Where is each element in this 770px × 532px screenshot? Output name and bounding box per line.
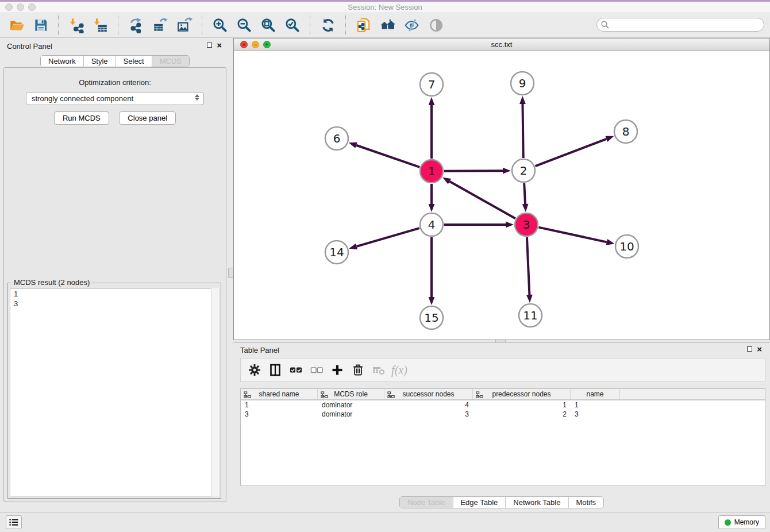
graph-node-9[interactable]: 9 (511, 72, 534, 95)
graph-node-8[interactable]: 8 (614, 120, 637, 143)
column-label: name (586, 390, 603, 398)
graph-edge-3-1[interactable] (442, 178, 515, 218)
graph-node-15[interactable]: 15 (420, 306, 443, 329)
close-panel-button[interactable]: Close panel (119, 111, 176, 125)
tab-select[interactable]: Select (116, 56, 152, 67)
graph-edge-4-15[interactable] (429, 237, 435, 305)
column-header-successor-nodes[interactable]: successor nodes (384, 389, 473, 399)
table-cell[interactable]: 1 (571, 401, 620, 409)
graph-node-11[interactable]: 11 (519, 304, 542, 327)
eye-icon[interactable] (425, 14, 448, 36)
close-panel-icon[interactable]: × (217, 43, 222, 48)
result-scrollbar[interactable] (211, 288, 219, 496)
zoom-out-icon[interactable] (233, 14, 256, 36)
memory-status-icon (725, 519, 731, 526)
table-cell[interactable]: 4 (384, 401, 473, 409)
status-bar: Memory (0, 512, 770, 532)
close-table-panel-icon[interactable]: × (757, 346, 762, 352)
network-graph[interactable]: 7968124314101511 (234, 51, 769, 340)
import-network-icon[interactable] (65, 14, 88, 36)
task-history-button[interactable] (6, 515, 22, 529)
import-table-icon[interactable] (89, 14, 112, 36)
graph-edge-3-11[interactable] (526, 237, 533, 303)
graph-edge-1-2[interactable] (444, 168, 511, 174)
unselect-all-icon[interactable] (306, 360, 327, 380)
export-table-icon[interactable] (149, 14, 172, 36)
home-icon[interactable] (376, 14, 399, 36)
table-cell[interactable]: 3 (384, 410, 473, 418)
table-row[interactable]: 1dominator411 (241, 400, 765, 410)
criterion-select[interactable]: strongly connected component (26, 92, 204, 105)
graph-node-2[interactable]: 2 (512, 159, 535, 182)
float-table-panel-icon[interactable] (747, 346, 752, 352)
graph-node-7[interactable]: 7 (420, 73, 443, 96)
tab-network[interactable]: Network (41, 56, 83, 67)
tab-network-table[interactable]: Network Table (505, 497, 568, 508)
mcds-result-item[interactable]: 3 (10, 299, 218, 309)
table-panel-window-buttons: × (747, 346, 762, 352)
run-mcds-button[interactable]: Run MCDS (54, 111, 109, 125)
open-folder-icon[interactable] (5, 14, 28, 36)
table-row[interactable]: 3dominator323 (241, 410, 765, 419)
graph-edge-4-3[interactable] (444, 222, 514, 228)
tab-motifs[interactable]: Motifs (568, 497, 603, 508)
columns-icon[interactable] (265, 360, 286, 380)
graph-edge-2-3[interactable] (522, 183, 529, 212)
graph-edge-3-10[interactable] (538, 228, 614, 245)
graph-edge-2-9[interactable] (519, 96, 526, 158)
graph-node-6[interactable]: 6 (325, 127, 348, 150)
float-panel-icon[interactable] (207, 43, 212, 48)
copy-network-icon[interactable] (352, 14, 375, 36)
graph-edge-1-7[interactable] (429, 97, 435, 159)
delete-column-icon[interactable] (348, 360, 368, 380)
toolbar-separator (118, 16, 119, 35)
add-column-icon[interactable] (327, 360, 348, 380)
table-cell[interactable]: 1 (241, 401, 318, 409)
graph-node-10[interactable]: 10 (615, 235, 638, 258)
select-all-icon[interactable] (286, 360, 306, 380)
table-cell[interactable]: 1 (473, 401, 571, 409)
search-icon (600, 20, 610, 31)
column-header-shared-name[interactable]: shared name (241, 389, 318, 399)
mcds-result-item[interactable]: 1 (10, 289, 218, 299)
save-icon[interactable] (29, 14, 52, 36)
column-header-mcds-role[interactable]: MCDS role (318, 389, 384, 399)
mcds-result-list[interactable]: 13 (10, 288, 219, 496)
graph-edge-1-4[interactable] (429, 184, 435, 212)
tab-style[interactable]: Style (83, 56, 116, 67)
refresh-icon[interactable] (317, 14, 340, 36)
zoom-selected-icon[interactable] (281, 14, 304, 36)
zoom-in-icon[interactable] (209, 14, 232, 36)
tab-node-table[interactable]: Node Table (400, 497, 453, 508)
export-network-icon[interactable] (125, 14, 148, 36)
table-cell[interactable]: dominator (318, 401, 384, 409)
eye-slash-icon[interactable] (401, 14, 424, 36)
graph-edge-4-14[interactable] (349, 228, 419, 249)
network-window-titlebar[interactable]: × − + scc.txt (234, 38, 769, 51)
zoom-fit-icon[interactable] (257, 14, 280, 36)
toolbar-separator (310, 16, 311, 35)
tab-mcds[interactable]: MCDS (152, 56, 189, 67)
graph-node-3[interactable]: 3 (515, 213, 538, 236)
table-cell[interactable]: 3 (241, 410, 318, 418)
table-cell[interactable]: 3 (571, 410, 620, 418)
graph-edge-1-6[interactable] (349, 142, 419, 167)
search-input[interactable] (612, 19, 761, 30)
column-header-name[interactable]: name (571, 389, 620, 399)
network-canvas[interactable]: 7968124314101511 (234, 51, 769, 340)
column-label: MCDS role (334, 390, 368, 398)
mcds-buttons-row: Run MCDS Close panel (4, 111, 226, 125)
gear-icon[interactable] (244, 360, 265, 380)
table-cell[interactable]: 2 (473, 410, 571, 418)
toolbar-separator (58, 16, 59, 35)
graph-edge-2-8[interactable] (536, 136, 614, 166)
graph-node-4[interactable]: 4 (420, 213, 443, 236)
export-image-icon[interactable] (173, 14, 196, 36)
graph-node-1[interactable]: 1 (420, 160, 443, 183)
table-cell[interactable]: dominator (318, 410, 384, 418)
tab-edge-table[interactable]: Edge Table (452, 497, 505, 508)
column-header-predecessor-nodes[interactable]: predecessor nodes (473, 389, 571, 399)
graph-node-14[interactable]: 14 (325, 241, 348, 264)
network-window: × − + scc.txt 7968124314101511 (233, 38, 770, 340)
memory-button[interactable]: Memory (718, 515, 765, 529)
